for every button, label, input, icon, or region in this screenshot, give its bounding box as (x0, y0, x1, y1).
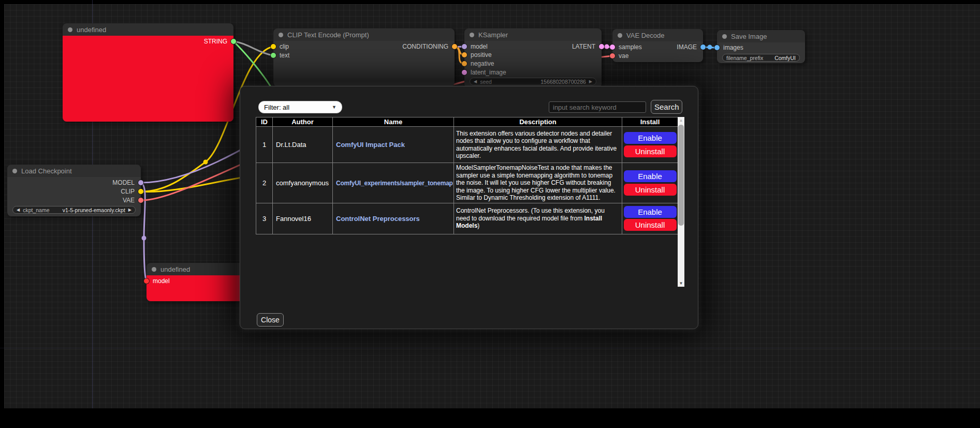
collapse-dot-icon[interactable] (68, 27, 72, 32)
column-header-id: ID (256, 117, 273, 127)
input-slot-samples: samples (612, 43, 642, 51)
previous-arrow-icon[interactable]: ◀ (17, 206, 20, 213)
collapse-dot-icon[interactable] (279, 33, 283, 37)
cell-description: ControlNet Preprocessors. (To use this e… (454, 203, 622, 234)
table-scrollbar[interactable]: ▲ ▼ (678, 117, 684, 287)
uninstall-button[interactable]: Uninstall (624, 184, 677, 196)
slot-dot-vae[interactable] (610, 53, 615, 58)
slot-dot-vae[interactable] (138, 198, 143, 203)
node-header[interactable]: undefined (63, 23, 233, 36)
slot-dot-model-error[interactable] (144, 278, 149, 284)
uninstall-button[interactable]: Uninstall (624, 219, 677, 231)
filter-select-value: Filter: all (264, 104, 289, 111)
slot-dot-image[interactable] (700, 45, 706, 50)
node-title: CLIP Text Encode (Prompt) (287, 31, 369, 39)
widget-value[interactable]: ComfyUI (774, 55, 796, 61)
input-slot-vae: vae (612, 52, 628, 60)
table-row: 3 Fannovel16 ControlNet Preprocessors Co… (256, 203, 678, 234)
node-title: undefined (77, 26, 106, 34)
chevron-down-icon: ▼ (332, 105, 337, 110)
extension-link[interactable]: ComfyUI_experiments/sampler_tonemap (336, 180, 453, 187)
output-slot-conditioning: CONDITIONING (402, 43, 455, 50)
node-vae-decode[interactable]: VAE Decode samples vae IMAGE (612, 29, 703, 62)
column-header-name: Name (333, 117, 454, 127)
node-undefined-top[interactable]: undefined STRING (63, 23, 233, 122)
slot-dot-clip[interactable] (271, 44, 276, 49)
node-header[interactable]: Load Checkpoint (7, 165, 141, 177)
slot-dot-samples[interactable] (610, 45, 615, 50)
manager-dialog: Filter: all ▼ Search ID Author Name Desc… (240, 86, 698, 329)
decrement-arrow-icon[interactable]: ◀ (474, 78, 477, 85)
close-button[interactable]: Close (257, 313, 284, 327)
output-slot-image: IMAGE (677, 43, 703, 51)
node-header[interactable]: VAE Decode (612, 29, 703, 41)
cell-author: Dr.Lt.Data (273, 127, 333, 163)
node-title: Save Image (731, 33, 767, 40)
ckpt-name-widget[interactable]: ◀ ckpt_name v1-5-pruned-emaonly.ckpt ▶ (12, 206, 136, 214)
widget-value[interactable]: v1-5-pruned-emaonly.ckpt (63, 207, 125, 213)
enable-button[interactable]: Enable (624, 132, 677, 144)
node-header[interactable]: KSampler (464, 28, 602, 41)
slot-dot-images[interactable] (714, 45, 720, 50)
input-slot-images: images (717, 44, 743, 51)
slot-dot-positive[interactable] (462, 52, 467, 57)
cell-description: ModelSamplerTonemapNoiseTest a node that… (454, 163, 622, 203)
table-row: 1 Dr.Lt.Data ComfyUI Impact Pack This ex… (256, 127, 678, 163)
scroll-up-icon[interactable]: ▲ (678, 117, 684, 124)
slot-dot-model[interactable] (138, 180, 143, 185)
output-slot-vae: VAE (123, 197, 141, 204)
cell-author: comfyanonymous (273, 163, 333, 203)
cell-id: 3 (256, 203, 273, 234)
node-load-checkpoint[interactable]: Load Checkpoint MODEL CLIP VAE ◀ ckpt_na… (7, 165, 141, 216)
cell-id: 2 (256, 163, 273, 203)
input-slot-model: model (464, 43, 488, 50)
collapse-dot-icon[interactable] (470, 33, 474, 37)
filename-prefix-widget[interactable]: filename_prefix ComfyUI (722, 54, 800, 62)
node-title: Load Checkpoint (21, 167, 72, 175)
widget-label: filename_prefix (726, 55, 763, 61)
slot-dot-model[interactable] (462, 44, 467, 49)
slot-dot-conditioning[interactable] (452, 44, 457, 49)
increment-arrow-icon[interactable]: ▶ (589, 78, 592, 85)
slot-dot-latent-image[interactable] (462, 70, 467, 75)
filter-select[interactable]: Filter: all ▼ (258, 101, 342, 113)
node-header[interactable]: CLIP Text Encode (Prompt) (273, 28, 455, 41)
extension-link[interactable]: ControlNet Preprocessors (336, 215, 420, 223)
table-row: 2 comfyanonymous ComfyUI_experiments/sam… (256, 163, 678, 203)
slot-dot-latent[interactable] (599, 44, 604, 49)
uninstall-button[interactable]: Uninstall (624, 145, 677, 157)
collapse-dot-icon[interactable] (722, 34, 727, 39)
input-slot-negative: negative (464, 60, 494, 67)
node-title: KSampler (478, 31, 508, 39)
collapse-dot-icon[interactable] (12, 169, 17, 173)
cell-description: This extension offers various detector n… (454, 127, 622, 163)
collapse-dot-icon[interactable] (618, 33, 622, 38)
slot-dot-text[interactable] (271, 53, 276, 58)
enable-button[interactable]: Enable (624, 206, 677, 218)
extension-link[interactable]: ComfyUI Impact Pack (336, 141, 405, 149)
scrollbar-thumb[interactable] (678, 125, 684, 226)
node-save-image[interactable]: Save Image images filename_prefix ComfyU… (717, 30, 805, 63)
slot-dot-string[interactable] (231, 39, 236, 44)
slot-dot-clip[interactable] (138, 189, 143, 194)
output-slot-model: MODEL (112, 179, 141, 186)
search-button[interactable]: Search (651, 100, 682, 114)
input-slot-latent-image: latent_image (464, 69, 506, 76)
widget-value[interactable]: 156680208700286 (540, 79, 586, 85)
seed-widget[interactable]: ◀ seed 156680208700286 ▶ (470, 78, 596, 85)
next-arrow-icon[interactable]: ▶ (128, 206, 131, 213)
column-header-description: Description (454, 117, 622, 127)
cell-install: Enable Uninstall (622, 203, 678, 234)
cell-install: Enable Uninstall (622, 163, 678, 203)
slot-dot-negative[interactable] (462, 61, 467, 66)
enable-button[interactable]: Enable (624, 170, 677, 182)
output-slot-clip: CLIP (121, 188, 141, 195)
output-slot-string: STRING (204, 38, 233, 45)
node-clip-text-encode[interactable]: CLIP Text Encode (Prompt) clip text COND… (273, 28, 455, 86)
node-ksampler[interactable]: KSampler model positive negative latent_… (464, 28, 602, 88)
node-header[interactable]: Save Image (717, 30, 805, 42)
search-input[interactable] (549, 101, 646, 113)
collapse-dot-icon[interactable] (152, 267, 156, 272)
scroll-down-icon[interactable]: ▼ (678, 280, 684, 287)
widget-label: ckpt_name (23, 207, 49, 213)
